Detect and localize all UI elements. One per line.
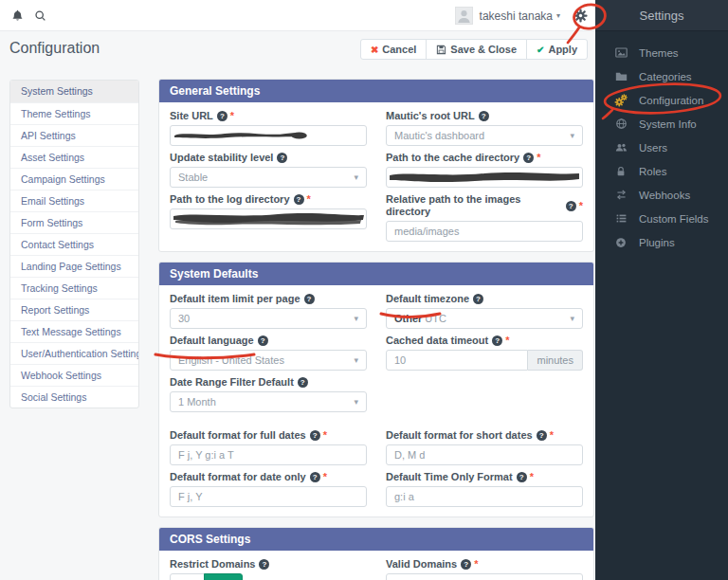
- cancel-button[interactable]: ✖ Cancel: [360, 39, 427, 60]
- full-date-format-input[interactable]: [170, 444, 367, 465]
- help-icon[interactable]: ?: [537, 430, 547, 441]
- settings-menu-plugins[interactable]: Plugins: [595, 230, 728, 254]
- nav-form-settings[interactable]: Form Settings: [10, 211, 138, 233]
- date-only-format-input[interactable]: [170, 486, 367, 507]
- required-asterisk: *: [323, 429, 327, 442]
- required-asterisk: *: [474, 558, 478, 571]
- date-range-select[interactable]: 1 Month▾: [170, 391, 367, 412]
- topbar: takeshi tanaka ▾: [0, 0, 595, 31]
- nav-asset-settings[interactable]: Asset Settings: [10, 146, 138, 168]
- images-directory-input[interactable]: [386, 221, 583, 242]
- stability-select[interactable]: Stable▾: [170, 167, 367, 188]
- help-icon[interactable]: ?: [298, 377, 308, 388]
- save-floppy-icon: [436, 45, 446, 55]
- select-caret-icon: ▾: [354, 172, 358, 182]
- bell-icon[interactable]: [11, 9, 24, 22]
- default-language-select[interactable]: English - United States▾: [170, 350, 367, 371]
- page-actions: ✖ Cancel Save & Close ✔ Apply: [360, 39, 588, 60]
- help-icon[interactable]: ?: [492, 335, 502, 346]
- root-url-select[interactable]: Mautic's dashboard▾: [386, 125, 583, 146]
- settings-menu-users[interactable]: Users: [595, 136, 728, 159]
- nav-report-settings[interactable]: Report Settings: [10, 299, 138, 320]
- help-icon[interactable]: ?: [304, 294, 315, 304]
- webhooks-exchange-icon: [613, 189, 628, 201]
- required-asterisk: *: [307, 193, 311, 206]
- site-url-input[interactable]: [170, 125, 367, 146]
- nav-system-settings[interactable]: System Settings: [10, 81, 138, 102]
- short-date-format-input[interactable]: [386, 444, 583, 465]
- nav-user-authentication-settings[interactable]: User/Authentication Settings: [10, 342, 138, 364]
- nav-campaign-settings[interactable]: Campaign Settings: [10, 168, 138, 190]
- nav-landing-page-settings[interactable]: Landing Page Settings: [10, 255, 138, 277]
- help-icon[interactable]: ?: [523, 153, 534, 163]
- select-caret-icon: ▾: [354, 397, 358, 407]
- config-form: General Settings Site URL?* Mautic's roo…: [158, 79, 594, 580]
- restrict-domains-yes-button[interactable]: Yes: [204, 573, 243, 580]
- help-icon[interactable]: ?: [217, 111, 228, 121]
- help-icon[interactable]: ?: [517, 472, 527, 482]
- custom-fields-list-icon: [613, 212, 628, 225]
- help-icon[interactable]: ?: [294, 194, 304, 205]
- settings-menu-categories[interactable]: Categories: [595, 64, 728, 88]
- cached-data-timeout-input[interactable]: [386, 350, 528, 371]
- default-timezone-select[interactable]: OtherUTC▾: [386, 308, 583, 329]
- item-limit-select[interactable]: 30▾: [170, 308, 367, 329]
- log-directory-input[interactable]: [170, 208, 367, 229]
- apply-check-icon: ✔: [537, 45, 544, 55]
- search-icon[interactable]: [34, 9, 46, 22]
- themes-icon: [613, 46, 628, 59]
- field-root-url: Mautic's root URL? Mautic's dashboard▾: [386, 110, 583, 146]
- restrict-domains-no-button[interactable]: No: [170, 573, 205, 580]
- help-icon[interactable]: ?: [277, 153, 287, 163]
- settings-menu-webhooks[interactable]: Webhooks: [595, 183, 728, 207]
- help-icon[interactable]: ?: [461, 559, 471, 570]
- help-icon[interactable]: ?: [258, 335, 268, 346]
- apply-button[interactable]: ✔ Apply: [526, 39, 588, 60]
- settings-menu-themes[interactable]: Themes: [595, 41, 728, 64]
- cache-directory-input[interactable]: [386, 167, 583, 188]
- field-valid-domains: Valid Domains?*: [386, 558, 583, 580]
- help-icon[interactable]: ?: [473, 294, 483, 304]
- users-icon: [613, 141, 628, 154]
- nav-tracking-settings[interactable]: Tracking Settings: [10, 277, 138, 299]
- settings-menu-system-info[interactable]: System Info: [595, 112, 728, 136]
- help-icon[interactable]: ?: [479, 111, 489, 121]
- time-only-format-input[interactable]: [386, 486, 583, 507]
- gear-icon[interactable]: [573, 9, 588, 23]
- restrict-domains-toggle: No Yes: [170, 573, 243, 580]
- settings-menu-custom-fields[interactable]: Custom Fields: [595, 207, 728, 230]
- field-short-date-format: Default format for short dates?*: [386, 429, 583, 465]
- nav-theme-settings[interactable]: Theme Settings: [10, 102, 138, 124]
- field-site-url: Site URL?*: [170, 110, 367, 146]
- plugins-plus-icon: [613, 237, 628, 248]
- system-defaults-panel: System Defaults Default item limit per p…: [158, 262, 594, 517]
- valid-domains-textarea[interactable]: [386, 573, 583, 580]
- select-caret-icon: ▾: [570, 314, 574, 323]
- help-icon[interactable]: ?: [566, 201, 576, 211]
- required-asterisk: *: [323, 471, 327, 483]
- help-icon[interactable]: ?: [259, 559, 269, 570]
- cancel-x-icon: ✖: [371, 45, 378, 55]
- default-language-value: English - United States: [178, 354, 354, 366]
- help-icon[interactable]: ?: [310, 472, 320, 482]
- nav-email-settings[interactable]: Email Settings: [10, 190, 138, 211]
- settings-menu-roles[interactable]: Roles: [595, 159, 728, 183]
- field-cache-directory: Path to the cache directory?*: [386, 152, 583, 188]
- cors-settings-heading: CORS Settings: [159, 528, 593, 551]
- save-close-button[interactable]: Save & Close: [426, 39, 527, 60]
- user-avatar[interactable]: [455, 7, 473, 25]
- help-icon[interactable]: ?: [310, 430, 320, 441]
- nav-social-settings[interactable]: Social Settings: [10, 386, 138, 408]
- nav-api-settings[interactable]: API Settings: [10, 124, 138, 146]
- nav-text-message-settings[interactable]: Text Message Settings: [10, 320, 138, 342]
- nav-contact-settings[interactable]: Contact Settings: [10, 233, 138, 255]
- user-menu[interactable]: takeshi tanaka: [480, 9, 553, 23]
- field-log-directory: Path to the log directory?*: [170, 193, 367, 242]
- field-restrict-domains: Restrict Domains? No Yes: [170, 558, 367, 580]
- default-timezone-value: Other: [394, 313, 422, 324]
- nav-webhook-settings[interactable]: Webhook Settings: [10, 364, 138, 386]
- settings-menu-configuration[interactable]: Configuration: [595, 88, 728, 112]
- cors-settings-panel: CORS Settings Restrict Domains? No Yes V…: [158, 527, 594, 580]
- general-settings-panel: General Settings Site URL?* Mautic's roo…: [158, 79, 594, 252]
- field-default-language: Default language? English - United State…: [170, 335, 367, 371]
